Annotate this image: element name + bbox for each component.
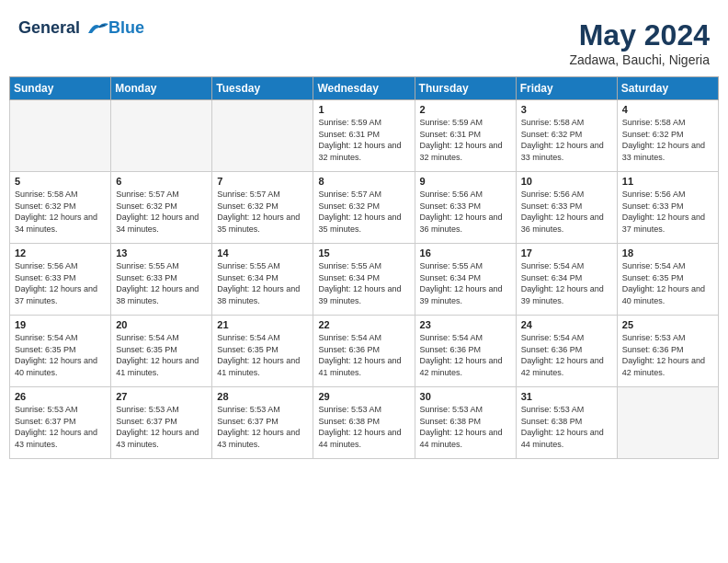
calendar-cell: 7Sunrise: 5:57 AM Sunset: 6:32 PM Daylig… xyxy=(212,172,313,244)
day-info: Sunrise: 5:54 AM Sunset: 6:36 PM Dayligh… xyxy=(521,332,612,378)
calendar-cell: 5Sunrise: 5:58 AM Sunset: 6:32 PM Daylig… xyxy=(10,172,111,244)
page-header: General Blue May 2024 Zadawa, Bauchi, Ni… xyxy=(9,9,719,72)
day-number: 16 xyxy=(420,247,511,259)
day-number: 12 xyxy=(15,247,106,259)
day-number: 6 xyxy=(116,176,207,187)
day-number: 17 xyxy=(521,247,612,259)
day-info: Sunrise: 5:54 AM Sunset: 6:36 PM Dayligh… xyxy=(420,332,511,378)
calendar-cell: 29Sunrise: 5:53 AM Sunset: 6:38 PM Dayli… xyxy=(313,387,415,459)
weekday-header-thursday: Thursday xyxy=(415,77,516,100)
logo-text: General xyxy=(18,19,110,38)
day-number: 22 xyxy=(318,319,409,330)
week-row-1: 1Sunrise: 5:59 AM Sunset: 6:31 PM Daylig… xyxy=(10,100,719,172)
day-number: 15 xyxy=(318,247,409,259)
day-info: Sunrise: 5:59 AM Sunset: 6:31 PM Dayligh… xyxy=(420,117,511,163)
day-info: Sunrise: 5:54 AM Sunset: 6:34 PM Dayligh… xyxy=(521,260,612,306)
day-info: Sunrise: 5:54 AM Sunset: 6:35 PM Dayligh… xyxy=(116,332,207,378)
day-number: 11 xyxy=(622,176,713,187)
calendar-cell: 19Sunrise: 5:54 AM Sunset: 6:35 PM Dayli… xyxy=(10,316,111,387)
day-info: Sunrise: 5:53 AM Sunset: 6:37 PM Dayligh… xyxy=(217,404,308,450)
day-info: Sunrise: 5:54 AM Sunset: 6:36 PM Dayligh… xyxy=(318,332,409,378)
day-info: Sunrise: 5:55 AM Sunset: 6:34 PM Dayligh… xyxy=(420,260,511,306)
day-number: 5 xyxy=(15,176,106,187)
day-info: Sunrise: 5:58 AM Sunset: 6:32 PM Dayligh… xyxy=(622,117,713,163)
day-info: Sunrise: 5:56 AM Sunset: 6:33 PM Dayligh… xyxy=(15,260,106,306)
day-number: 8 xyxy=(318,176,409,187)
day-info: Sunrise: 5:58 AM Sunset: 6:32 PM Dayligh… xyxy=(15,189,106,235)
calendar-cell: 8Sunrise: 5:57 AM Sunset: 6:32 PM Daylig… xyxy=(313,172,415,244)
calendar-cell: 26Sunrise: 5:53 AM Sunset: 6:37 PM Dayli… xyxy=(10,387,111,459)
day-number: 21 xyxy=(217,319,308,330)
day-number: 31 xyxy=(521,391,612,402)
calendar-cell: 3Sunrise: 5:58 AM Sunset: 6:32 PM Daylig… xyxy=(516,100,617,172)
day-info: Sunrise: 5:54 AM Sunset: 6:35 PM Dayligh… xyxy=(217,332,308,378)
day-number: 3 xyxy=(521,104,612,115)
calendar-cell: 28Sunrise: 5:53 AM Sunset: 6:37 PM Dayli… xyxy=(212,387,313,459)
day-info: Sunrise: 5:53 AM Sunset: 6:38 PM Dayligh… xyxy=(318,404,409,450)
day-number: 23 xyxy=(420,319,511,330)
week-row-4: 19Sunrise: 5:54 AM Sunset: 6:35 PM Dayli… xyxy=(10,316,719,387)
logo-bird-icon xyxy=(86,20,110,37)
day-number: 27 xyxy=(116,391,207,402)
day-number: 24 xyxy=(521,319,612,330)
day-number: 30 xyxy=(420,391,511,402)
day-info: Sunrise: 5:57 AM Sunset: 6:32 PM Dayligh… xyxy=(116,189,207,235)
calendar-cell: 23Sunrise: 5:54 AM Sunset: 6:36 PM Dayli… xyxy=(415,316,516,387)
week-row-2: 5Sunrise: 5:58 AM Sunset: 6:32 PM Daylig… xyxy=(10,172,719,244)
weekday-header-wednesday: Wednesday xyxy=(313,77,415,100)
day-number: 13 xyxy=(116,247,207,259)
weekday-header-sunday: Sunday xyxy=(10,77,111,100)
day-number: 26 xyxy=(15,391,106,402)
day-info: Sunrise: 5:53 AM Sunset: 6:36 PM Dayligh… xyxy=(622,332,713,378)
day-number: 2 xyxy=(420,104,511,115)
day-number: 29 xyxy=(318,391,409,402)
calendar-cell: 1Sunrise: 5:59 AM Sunset: 6:31 PM Daylig… xyxy=(313,100,415,172)
logo: General Blue xyxy=(18,18,144,38)
day-info: Sunrise: 5:54 AM Sunset: 6:35 PM Dayligh… xyxy=(15,332,106,378)
calendar-cell: 20Sunrise: 5:54 AM Sunset: 6:35 PM Dayli… xyxy=(111,316,212,387)
calendar-cell: 10Sunrise: 5:56 AM Sunset: 6:33 PM Dayli… xyxy=(516,172,617,244)
calendar-cell xyxy=(617,387,718,459)
calendar-cell: 4Sunrise: 5:58 AM Sunset: 6:32 PM Daylig… xyxy=(617,100,718,172)
calendar-cell: 27Sunrise: 5:53 AM Sunset: 6:37 PM Dayli… xyxy=(111,387,212,459)
day-info: Sunrise: 5:57 AM Sunset: 6:32 PM Dayligh… xyxy=(217,189,308,235)
day-number: 19 xyxy=(15,319,106,330)
week-row-5: 26Sunrise: 5:53 AM Sunset: 6:37 PM Dayli… xyxy=(10,387,719,459)
day-number: 20 xyxy=(116,319,207,330)
calendar-cell: 21Sunrise: 5:54 AM Sunset: 6:35 PM Dayli… xyxy=(212,316,313,387)
calendar-subtitle: Zadawa, Bauchi, Nigeria xyxy=(569,52,710,67)
day-number: 9 xyxy=(420,176,511,187)
calendar-cell xyxy=(111,100,212,172)
calendar-cell: 31Sunrise: 5:53 AM Sunset: 6:38 PM Dayli… xyxy=(516,387,617,459)
logo-blue-text: Blue xyxy=(108,18,144,38)
calendar-cell xyxy=(10,100,111,172)
calendar-cell xyxy=(212,100,313,172)
day-info: Sunrise: 5:58 AM Sunset: 6:32 PM Dayligh… xyxy=(521,117,612,163)
day-number: 1 xyxy=(318,104,409,115)
calendar-cell: 18Sunrise: 5:54 AM Sunset: 6:35 PM Dayli… xyxy=(617,244,718,316)
weekday-header-saturday: Saturday xyxy=(617,77,718,100)
calendar-cell: 13Sunrise: 5:55 AM Sunset: 6:33 PM Dayli… xyxy=(111,244,212,316)
day-info: Sunrise: 5:53 AM Sunset: 6:38 PM Dayligh… xyxy=(521,404,612,450)
weekday-header-row: SundayMondayTuesdayWednesdayThursdayFrid… xyxy=(10,77,719,100)
day-info: Sunrise: 5:57 AM Sunset: 6:32 PM Dayligh… xyxy=(318,189,409,235)
day-info: Sunrise: 5:56 AM Sunset: 6:33 PM Dayligh… xyxy=(622,189,713,235)
day-info: Sunrise: 5:56 AM Sunset: 6:33 PM Dayligh… xyxy=(420,189,511,235)
calendar-title: May 2024 xyxy=(569,18,710,52)
calendar-cell: 2Sunrise: 5:59 AM Sunset: 6:31 PM Daylig… xyxy=(415,100,516,172)
title-block: May 2024 Zadawa, Bauchi, Nigeria xyxy=(569,18,710,67)
day-info: Sunrise: 5:53 AM Sunset: 6:37 PM Dayligh… xyxy=(15,404,106,450)
calendar-cell: 11Sunrise: 5:56 AM Sunset: 6:33 PM Dayli… xyxy=(617,172,718,244)
day-info: Sunrise: 5:56 AM Sunset: 6:33 PM Dayligh… xyxy=(521,189,612,235)
day-number: 25 xyxy=(622,319,713,330)
day-number: 28 xyxy=(217,391,308,402)
calendar-cell: 9Sunrise: 5:56 AM Sunset: 6:33 PM Daylig… xyxy=(415,172,516,244)
day-number: 4 xyxy=(622,104,713,115)
day-number: 18 xyxy=(622,247,713,259)
day-number: 10 xyxy=(521,176,612,187)
day-info: Sunrise: 5:53 AM Sunset: 6:38 PM Dayligh… xyxy=(420,404,511,450)
calendar-cell: 15Sunrise: 5:55 AM Sunset: 6:34 PM Dayli… xyxy=(313,244,415,316)
calendar-cell: 14Sunrise: 5:55 AM Sunset: 6:34 PM Dayli… xyxy=(212,244,313,316)
day-info: Sunrise: 5:59 AM Sunset: 6:31 PM Dayligh… xyxy=(318,117,409,163)
day-info: Sunrise: 5:55 AM Sunset: 6:34 PM Dayligh… xyxy=(318,260,409,306)
